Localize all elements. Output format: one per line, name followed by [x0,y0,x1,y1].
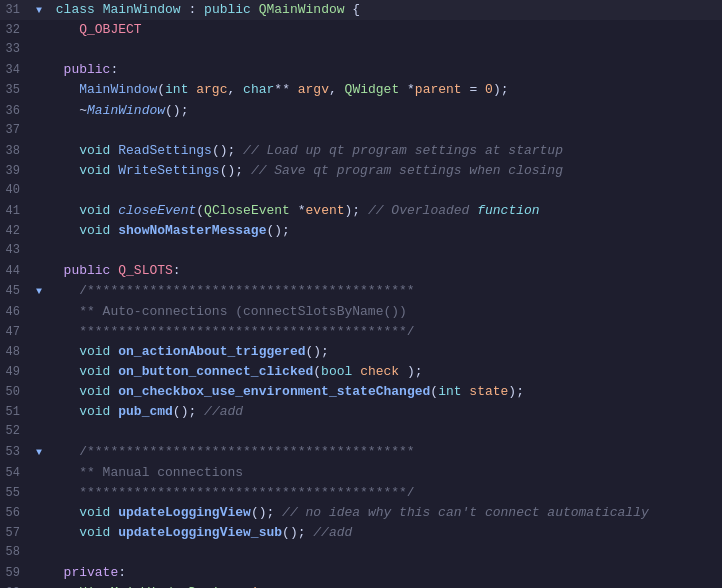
line-60: 60 Ui::MainWindowDesign ui; [0,583,722,588]
line-56: 56 void updateLoggingView(); // no idea … [0,503,722,523]
line-37: 37 [0,121,722,141]
line-47: 47 *************************************… [0,322,722,342]
line-57: 57 void updateLoggingView_sub(); //add [0,523,722,543]
line-34: 34 public: [0,60,722,80]
line-48: 48 void on_actionAbout_triggered(); [0,342,722,362]
editor-content: 31 ▼ class MainWindow : public QMainWind… [0,0,722,588]
line-55: 55 *************************************… [0,483,722,503]
line-58: 58 [0,543,722,563]
line-41: 41 void closeEvent(QCloseEvent *event); … [0,201,722,221]
line-53: 53 ▼ /**********************************… [0,442,722,462]
line-49: 49 void on_button_connect_clicked(bool c… [0,362,722,382]
line-50: 50 void on_checkbox_use_environment_stat… [0,382,722,402]
line-44: 44 public Q_SLOTS: [0,261,722,281]
line-45: 45 ▼ /**********************************… [0,281,722,301]
line-35: 35 MainWindow(int argc, char** argv, QWi… [0,80,722,100]
line-42: 42 void showNoMasterMessage(); [0,221,722,241]
line-46: 46 ** Auto-connections (connectSlotsByNa… [0,302,722,322]
line-52: 52 [0,422,722,442]
line-40: 40 [0,181,722,201]
line-39: 39 void WriteSettings(); // Save qt prog… [0,161,722,181]
line-32: 32 Q_OBJECT [0,20,722,40]
line-36: 36 ~MainWindow(); [0,101,722,121]
line-33: 33 [0,40,722,60]
code-editor: 31 ▼ class MainWindow : public QMainWind… [0,0,722,588]
fold-arrow-45[interactable]: ▼ [36,284,48,300]
line-51: 51 void pub_cmd(); //add [0,402,722,422]
fold-arrow-53[interactable]: ▼ [36,445,48,461]
line-54: 54 ** Manual connections [0,463,722,483]
line-59: 59 private: [0,563,722,583]
line-43: 43 [0,241,722,261]
line-31: 31 ▼ class MainWindow : public QMainWind… [0,0,722,20]
fold-arrow-31[interactable]: ▼ [36,3,48,19]
line-38: 38 void ReadSettings(); // Load up qt pr… [0,141,722,161]
